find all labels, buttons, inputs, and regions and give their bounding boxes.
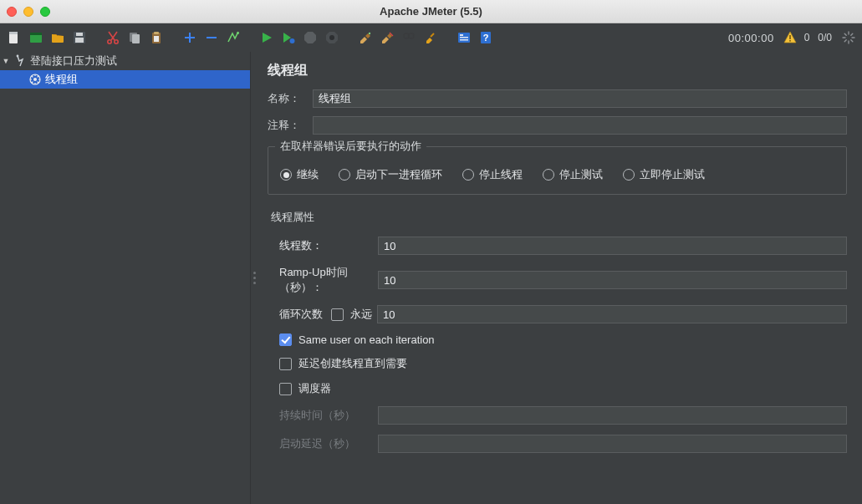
svg-line-33 — [851, 40, 853, 42]
thread-count: 0/0 — [818, 32, 832, 43]
checkbox-icon — [279, 358, 292, 370]
radio-start-next-loop[interactable]: 启动下一进程循环 — [339, 167, 442, 182]
svg-line-34 — [844, 40, 846, 42]
radio-label: 继续 — [297, 167, 319, 182]
svg-point-19 — [409, 33, 414, 38]
tree-item-label: 线程组 — [45, 72, 78, 87]
name-input[interactable] — [313, 89, 847, 108]
svg-rect-10 — [132, 34, 140, 43]
duration-label: 持续时间（秒） — [268, 408, 378, 423]
main-toolbar: ? 00:00:00 0 0/0 — [0, 23, 862, 52]
test-plan-icon — [13, 54, 27, 68]
scheduler-checkbox[interactable]: 调度器 — [279, 381, 847, 396]
svg-point-18 — [404, 33, 409, 38]
zoom-window-button[interactable] — [40, 7, 50, 17]
svg-point-38 — [33, 78, 37, 81]
start-button[interactable] — [258, 28, 276, 47]
radio-icon — [280, 169, 292, 181]
search-button[interactable] — [400, 28, 418, 47]
thread-group-icon — [28, 73, 42, 86]
svg-point-16 — [329, 35, 334, 40]
scheduler-label: 调度器 — [298, 381, 331, 396]
thread-properties-group: 线程属性 线程数： Ramp-Up时间（秒）： 循环次数 永远 — [268, 210, 847, 453]
threads-input[interactable] — [378, 237, 847, 255]
elapsed-timer: 00:00:00 — [728, 32, 774, 44]
cut-button[interactable] — [104, 28, 122, 47]
name-label: 名称： — [268, 91, 306, 106]
tree-item-thread-group[interactable]: 线程组 — [0, 70, 250, 89]
thread-properties-title: 线程属性 — [271, 210, 847, 225]
traffic-lights — [7, 7, 50, 17]
svg-line-32 — [844, 33, 846, 35]
comment-label: 注释： — [268, 118, 306, 133]
svg-rect-1 — [9, 32, 18, 34]
warning-icon[interactable] — [783, 30, 798, 45]
svg-rect-21 — [460, 34, 463, 36]
panel-title: 线程组 — [268, 62, 847, 79]
radio-stop-thread[interactable]: 停止线程 — [462, 167, 523, 182]
radio-stop-test[interactable]: 停止测试 — [543, 167, 603, 182]
minimize-window-button[interactable] — [23, 7, 33, 17]
main-area: ▼ 登陆接口压力测试 线程组 线程组 名称： 注释： 在取样器错误后要执行的动作 — [0, 52, 862, 504]
radio-continue[interactable]: 继续 — [280, 167, 319, 182]
svg-rect-23 — [460, 39, 468, 41]
close-window-button[interactable] — [7, 7, 17, 17]
duration-input — [378, 406, 847, 425]
same-user-label: Same user on each iteration — [298, 333, 435, 346]
stop-button[interactable] — [301, 28, 319, 47]
checkbox-icon — [279, 333, 292, 346]
templates-button[interactable] — [27, 28, 45, 47]
loop-forever-checkbox[interactable]: 永远 — [331, 307, 372, 322]
ramp-up-input[interactable] — [378, 271, 847, 289]
svg-rect-26 — [789, 35, 790, 39]
warning-count: 0 — [804, 32, 810, 43]
comment-input[interactable] — [313, 116, 847, 135]
loop-count-label: 循环次数 — [268, 307, 331, 322]
svg-rect-13 — [154, 36, 159, 42]
radio-label: 启动下一进程循环 — [355, 167, 442, 182]
start-no-pauses-button[interactable] — [279, 28, 298, 47]
svg-point-15 — [290, 38, 295, 43]
open-button[interactable] — [48, 28, 67, 47]
checkbox-icon — [331, 308, 344, 321]
function-helper-button[interactable] — [455, 28, 473, 47]
radio-icon — [462, 169, 474, 181]
shutdown-button[interactable] — [323, 28, 341, 47]
help-button[interactable]: ? — [477, 28, 495, 47]
expand-button[interactable] — [181, 28, 199, 47]
svg-point-17 — [369, 33, 370, 34]
clear-button[interactable] — [356, 28, 375, 47]
splitter-handle[interactable] — [251, 52, 258, 504]
test-plan-tree[interactable]: ▼ 登陆接口压力测试 线程组 — [0, 52, 251, 504]
startup-delay-label: 启动延迟（秒） — [268, 436, 378, 451]
radio-icon — [543, 169, 554, 181]
delay-thread-creation-checkbox[interactable]: 延迟创建线程直到需要 — [279, 356, 847, 371]
loop-forever-label: 永远 — [350, 307, 372, 322]
same-user-checkbox[interactable]: Same user on each iteration — [279, 333, 847, 346]
svg-rect-12 — [154, 32, 159, 34]
reset-search-button[interactable] — [421, 28, 440, 47]
tree-item-test-plan[interactable]: ▼ 登陆接口压力测试 — [0, 52, 250, 70]
delay-thread-creation-label: 延迟创建线程直到需要 — [298, 356, 407, 371]
radio-label: 立即停止测试 — [640, 167, 705, 182]
activity-indicator — [840, 29, 857, 46]
svg-point-7 — [108, 40, 111, 43]
svg-point-36 — [17, 55, 19, 58]
radio-stop-test-now[interactable]: 立即停止测试 — [623, 167, 705, 182]
copy-button[interactable] — [125, 28, 144, 47]
clear-all-button[interactable] — [378, 28, 396, 47]
svg-rect-3 — [30, 33, 42, 35]
ramp-up-label: Ramp-Up时间（秒）： — [268, 265, 378, 295]
threads-label: 线程数： — [268, 238, 378, 253]
tree-item-label: 登陆接口压力测试 — [30, 53, 117, 69]
radio-icon — [339, 169, 350, 181]
new-button[interactable] — [5, 28, 23, 47]
toggle-button[interactable] — [224, 28, 242, 47]
loop-count-input[interactable] — [377, 305, 847, 323]
svg-rect-5 — [75, 38, 84, 43]
disclosure-triangle-icon[interactable]: ▼ — [2, 57, 10, 65]
save-button[interactable] — [70, 28, 89, 47]
collapse-button[interactable] — [202, 28, 221, 47]
svg-rect-6 — [76, 33, 83, 36]
paste-button[interactable] — [147, 28, 166, 47]
